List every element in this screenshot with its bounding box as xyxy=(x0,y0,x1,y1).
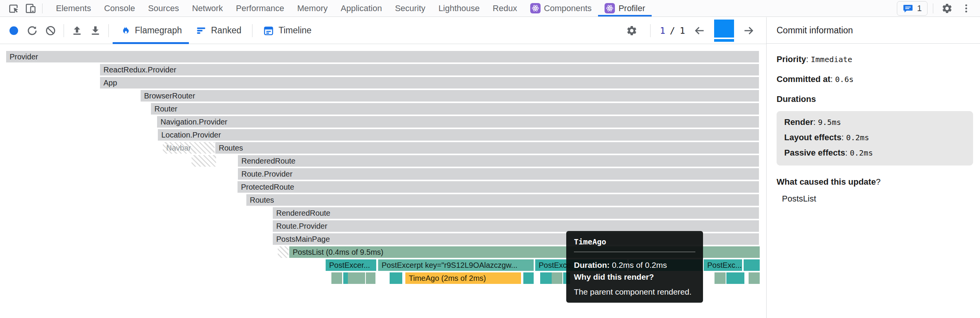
tab-label: Elements xyxy=(56,3,91,13)
devtools-tabs: ElementsConsoleSourcesNetworkPerformance… xyxy=(49,0,652,16)
tab-timeline[interactable]: Timeline xyxy=(256,17,318,44)
divider xyxy=(42,3,43,13)
prev-commit-arrow-icon[interactable] xyxy=(690,21,709,40)
profiler-toolbar: Flamegraph Ranked Timeline 1 / 1 xyxy=(0,17,766,44)
flame-bar[interactable] xyxy=(278,246,288,258)
flame-bar[interactable]: Provider xyxy=(6,51,759,62)
settings-icon[interactable] xyxy=(939,1,955,16)
pager-separator: / xyxy=(670,26,675,36)
download-icon[interactable] xyxy=(86,21,105,40)
view-tab-label: Timeline xyxy=(279,25,311,36)
flame-bar[interactable] xyxy=(331,272,342,284)
divider xyxy=(252,24,252,37)
flame-bar[interactable]: RenderedRoute xyxy=(238,155,759,167)
tab-label: Lighthouse xyxy=(438,3,480,13)
upload-icon[interactable] xyxy=(68,21,86,40)
tab-console[interactable]: Console xyxy=(98,0,142,16)
flame-bar[interactable]: App xyxy=(100,77,759,89)
comments-button[interactable]: 1 xyxy=(897,1,928,16)
tooltip-title: TimeAgo xyxy=(574,237,695,246)
flame-bar[interactable]: Route.Provider xyxy=(238,168,759,180)
tab-application[interactable]: Application xyxy=(334,0,388,16)
divider xyxy=(933,3,933,13)
tooltip-divider xyxy=(574,252,695,252)
tab-label: Performance xyxy=(236,3,284,13)
flame-bar[interactable] xyxy=(552,272,562,284)
tooltip-why-value: The parent component rendered. xyxy=(574,287,695,297)
flame-bar[interactable]: Route.Provider xyxy=(273,220,759,232)
flame-bar[interactable]: ReactRedux.Provider xyxy=(100,64,759,75)
flame-bar[interactable]: TimeAgo (2ms of 2ms) xyxy=(405,272,521,284)
profiler-settings-icon[interactable] xyxy=(623,21,641,40)
flame-bar[interactable]: Navbar xyxy=(163,142,215,154)
flame-bar[interactable]: Location.Provider xyxy=(158,129,759,141)
cause-item-postslist[interactable]: PostsList xyxy=(782,194,973,204)
flame-bar[interactable] xyxy=(744,259,760,271)
view-tab-label: Ranked xyxy=(211,25,241,36)
flame-icon xyxy=(120,25,130,36)
flame-bar[interactable]: PostExc... xyxy=(704,259,742,271)
layout-effects-duration: Layout effects: 0.2ms xyxy=(784,133,965,143)
react-icon xyxy=(605,3,615,13)
flame-bar[interactable] xyxy=(348,272,365,284)
tab-sources[interactable]: Sources xyxy=(141,0,185,16)
timeline-icon xyxy=(263,25,274,36)
render-duration: Render: 9.5ms xyxy=(784,117,965,127)
tab-flamegraph[interactable]: Flamegraph xyxy=(113,17,189,44)
react-icon xyxy=(530,3,541,13)
flame-bar[interactable]: Navigation.Provider xyxy=(157,116,759,128)
flame-bar[interactable]: PostExcer... xyxy=(326,259,376,271)
comment-count: 1 xyxy=(917,3,922,13)
tab-components[interactable]: Components xyxy=(524,0,598,16)
inspect-element-icon[interactable] xyxy=(5,1,22,16)
view-tab-label: Flamegraph xyxy=(135,25,182,36)
flame-bar[interactable] xyxy=(715,272,726,284)
flame-bar[interactable]: RenderedRoute xyxy=(273,207,759,219)
clear-icon[interactable] xyxy=(41,21,60,40)
tab-security[interactable]: Security xyxy=(388,0,432,16)
commit-info-panel: Commit information Priority: Immediate C… xyxy=(766,17,980,318)
flame-bar[interactable]: PostExcerpt key="r9S12L9OAlazczgw... xyxy=(378,259,534,271)
flame-bar[interactable]: Routes xyxy=(215,142,759,154)
tab-label: Application xyxy=(341,3,382,13)
record-icon[interactable] xyxy=(5,21,23,40)
row1-right-controls: 1 xyxy=(897,1,975,16)
tab-label: Memory xyxy=(297,3,328,13)
flame-bar[interactable] xyxy=(366,272,375,284)
tab-profiler[interactable]: Profiler xyxy=(598,0,652,16)
commit-pager: 1 / 1 xyxy=(660,26,685,36)
tab-redux[interactable]: Redux xyxy=(486,0,524,16)
flame-bar[interactable] xyxy=(523,272,534,284)
device-toolbar-icon[interactable] xyxy=(22,1,39,16)
tab-network[interactable]: Network xyxy=(185,0,229,16)
flame-bar[interactable]: BrowserRouter xyxy=(141,90,759,102)
commit-selector-bar[interactable] xyxy=(714,20,734,42)
flame-bar[interactable] xyxy=(192,155,216,167)
reload-icon[interactable] xyxy=(23,21,41,40)
tab-elements[interactable]: Elements xyxy=(49,0,98,16)
flame-bar[interactable] xyxy=(749,272,760,284)
flame-bar[interactable]: ProtectedRoute xyxy=(238,181,759,193)
durations-heading: Durations xyxy=(777,94,973,104)
flame-bar[interactable]: Routes xyxy=(246,194,759,206)
flame-bar[interactable] xyxy=(737,272,744,284)
priority-row: Priority: Immediate xyxy=(777,54,973,64)
tab-ranked[interactable]: Ranked xyxy=(189,17,248,44)
tab-label: Security xyxy=(395,3,425,13)
next-commit-arrow-icon[interactable] xyxy=(739,21,758,40)
ranked-bars-icon xyxy=(196,25,206,36)
tab-performance[interactable]: Performance xyxy=(229,0,291,16)
panel-title: Commit information xyxy=(767,17,980,44)
commit-navigation: 1 / 1 xyxy=(623,20,762,42)
tooltip-duration: Duration: 0.2ms of 0.2ms xyxy=(574,259,695,271)
tab-lighthouse[interactable]: Lighthouse xyxy=(432,0,486,16)
tab-label: Console xyxy=(104,3,135,13)
kebab-menu-icon[interactable] xyxy=(958,1,975,16)
flame-bar[interactable]: Router xyxy=(151,103,759,115)
tab-label: Redux xyxy=(493,3,517,13)
total-commits: 1 xyxy=(680,26,685,36)
current-commit: 1 xyxy=(660,26,665,36)
divider xyxy=(64,24,64,37)
tab-memory[interactable]: Memory xyxy=(291,0,334,16)
flame-bar[interactable] xyxy=(395,272,402,284)
